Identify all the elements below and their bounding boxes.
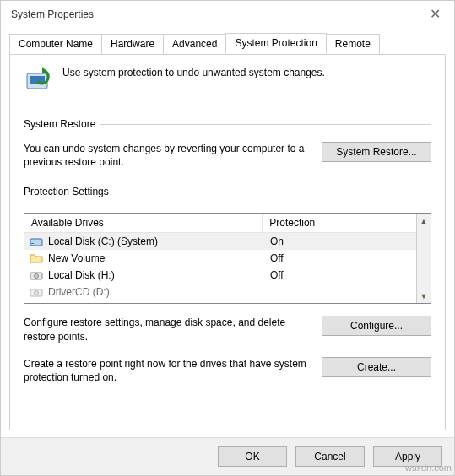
table-body: Local Disk (C:) (System) On New Volume O… [24, 233, 416, 300]
ok-button[interactable]: OK [218, 446, 287, 467]
svg-rect-4 [31, 243, 34, 244]
tab-advanced[interactable]: Advanced [163, 34, 226, 54]
tab-computer-name[interactable]: Computer Name [9, 34, 102, 54]
intro-text: Use system protection to undo unwanted s… [62, 67, 325, 78]
close-icon[interactable]: ✕ [425, 6, 446, 22]
table-row[interactable]: New Volume Off [24, 250, 416, 267]
svg-point-8 [35, 291, 39, 295]
drive-icon [30, 235, 43, 247]
tab-label: Computer Name [19, 38, 93, 50]
table-row[interactable]: Local Disk (C:) (System) On [24, 233, 416, 250]
svg-rect-3 [30, 239, 42, 246]
drive-name: Local Disk (H:) [48, 269, 115, 281]
window-title: System Properties [11, 8, 94, 20]
create-desc: Create a restore point right now for the… [24, 357, 310, 384]
intro: Use system protection to undo unwanted s… [24, 67, 431, 100]
tab-label: Hardware [111, 38, 154, 50]
table-row[interactable]: DriverCD (D:) [24, 284, 416, 300]
configure-desc: Configure restore settings, manage disk … [24, 316, 310, 343]
protection-settings-group: Protection Settings Available Drives Pro… [24, 186, 431, 384]
scroll-up-icon[interactable]: ▲ [417, 214, 431, 228]
drive-status: Off [263, 269, 416, 281]
tabstrip: Computer Name Hardware Advanced System P… [1, 27, 454, 54]
system-restore-desc: You can undo system changes by reverting… [24, 142, 310, 169]
create-button[interactable]: Create... [322, 357, 431, 377]
drive-status: On [263, 235, 416, 247]
table-row[interactable]: Local Disk (H:) Off [24, 267, 416, 284]
tab-label: Advanced [172, 38, 217, 50]
system-restore-group: System Restore You can undo system chang… [24, 118, 431, 169]
tab-label: System Protection [235, 37, 317, 49]
system-protection-icon [24, 67, 54, 100]
tab-label: Remote [335, 38, 371, 50]
svg-point-6 [35, 274, 39, 279]
tab-hardware[interactable]: Hardware [101, 34, 164, 54]
drives-table: Available Drives Protection Local Disk (… [24, 213, 431, 304]
watermark: wsxdn.com [405, 462, 452, 473]
tab-panel: Use system protection to undo unwanted s… [9, 54, 446, 430]
table-header: Available Drives Protection [24, 214, 416, 233]
tab-system-protection[interactable]: System Protection [225, 33, 326, 54]
system-properties-window: System Properties ✕ Computer Name Hardwa… [0, 0, 455, 476]
drive-name: Local Disk (C:) (System) [48, 235, 158, 247]
disc-icon [30, 269, 43, 281]
col-available-drives[interactable]: Available Drives [24, 214, 263, 232]
drive-name: New Volume [48, 252, 105, 264]
scroll-down-icon[interactable]: ▼ [417, 289, 431, 303]
tab-remote[interactable]: Remote [326, 34, 380, 54]
system-restore-legend: System Restore [24, 118, 100, 130]
disc-icon [30, 286, 43, 298]
scrollbar[interactable]: ▲ ▼ [416, 214, 431, 303]
drive-name: DriverCD (D:) [48, 286, 110, 298]
col-protection[interactable]: Protection [263, 214, 416, 232]
system-restore-button[interactable]: System Restore... [322, 142, 431, 162]
titlebar: System Properties ✕ [1, 1, 454, 27]
drive-status: Off [263, 252, 416, 264]
cancel-button[interactable]: Cancel [295, 446, 365, 467]
protection-settings-legend: Protection Settings [24, 186, 114, 197]
dialog-footer: OK Cancel Apply [1, 437, 454, 475]
configure-button[interactable]: Configure... [322, 316, 431, 336]
folder-icon [30, 252, 43, 264]
